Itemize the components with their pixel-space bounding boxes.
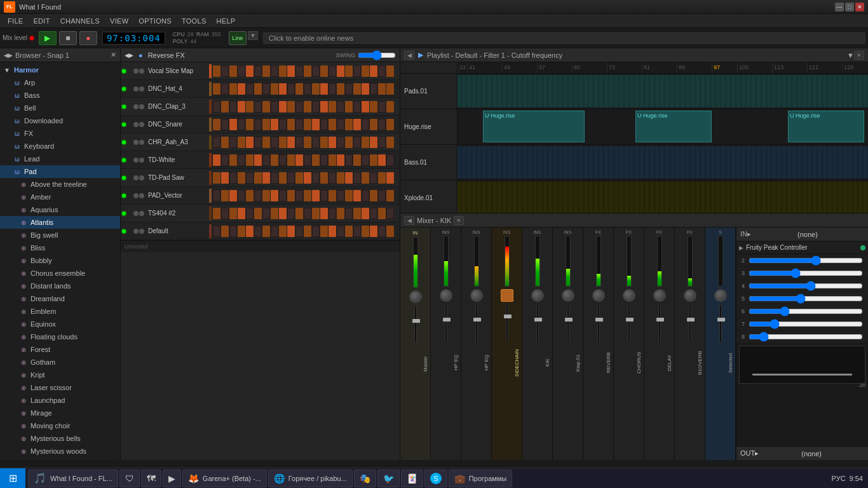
step[interactable] <box>362 154 369 166</box>
step[interactable] <box>254 119 262 130</box>
step[interactable] <box>262 154 270 166</box>
step[interactable] <box>279 190 287 201</box>
delay-fader[interactable] <box>658 304 661 342</box>
rs-item-2[interactable]: 2 <box>736 254 868 267</box>
kik-knob[interactable] <box>531 289 544 302</box>
step[interactable] <box>362 65 369 77</box>
step[interactable] <box>386 65 394 77</box>
minimize-button[interactable]: — <box>835 3 844 11</box>
step[interactable] <box>320 137 328 148</box>
step[interactable] <box>287 172 295 184</box>
step[interactable] <box>370 226 377 237</box>
step[interactable] <box>254 208 262 219</box>
step[interactable] <box>262 65 270 77</box>
rs-slider-2[interactable] <box>749 258 863 263</box>
browser-item-arp[interactable]: ω Arp <box>0 76 120 89</box>
step[interactable] <box>329 83 336 95</box>
step[interactable] <box>295 101 303 112</box>
channel-mute[interactable] <box>133 86 139 92</box>
step[interactable] <box>221 137 229 148</box>
step[interactable] <box>279 154 287 166</box>
kik-fader[interactable] <box>536 304 539 342</box>
browser-item-emblem[interactable]: ⊕ Emblem <box>0 305 120 318</box>
step[interactable] <box>320 226 328 237</box>
taskbar-chrome[interactable]: 🌐 Горячее / pikabu... <box>268 470 353 487</box>
step[interactable] <box>279 101 287 112</box>
snap-options[interactable]: ▼ <box>248 31 258 40</box>
step[interactable] <box>337 119 344 130</box>
record-button[interactable]: ● <box>79 31 97 45</box>
step[interactable] <box>337 101 344 112</box>
step[interactable] <box>287 83 295 95</box>
step[interactable] <box>271 83 278 95</box>
browser-item-amber[interactable]: ⊕ Amber <box>0 191 120 203</box>
step[interactable] <box>287 190 295 201</box>
step[interactable] <box>362 83 369 95</box>
step[interactable] <box>378 208 386 219</box>
track-content-xplode[interactable] <box>458 180 868 213</box>
step[interactable] <box>312 154 320 166</box>
b1gverb-fader[interactable] <box>689 304 691 342</box>
step[interactable] <box>295 83 303 95</box>
taskbar-flstudio[interactable]: 🎵 What I Found - FL... <box>28 470 118 487</box>
taskbar-vk[interactable]: 🎭 <box>354 470 376 487</box>
step[interactable] <box>353 208 361 219</box>
browser-item-launchpad[interactable]: ⊕ Launchpad <box>0 394 120 407</box>
step[interactable] <box>246 208 254 219</box>
step[interactable] <box>279 226 287 237</box>
browser-item-mysterious-woods[interactable]: ⊕ Mysterious woods <box>0 445 120 458</box>
step[interactable] <box>304 154 311 166</box>
step[interactable] <box>213 101 220 112</box>
browser-item-equinox[interactable]: ⊕ Equinox <box>0 318 120 330</box>
step[interactable] <box>221 190 229 201</box>
ch-mute[interactable] <box>133 193 139 198</box>
step[interactable] <box>378 119 386 130</box>
step[interactable] <box>386 172 394 184</box>
step[interactable] <box>370 208 377 219</box>
menu-edit[interactable]: EDIT <box>28 14 55 28</box>
step[interactable] <box>238 190 245 201</box>
step[interactable] <box>262 137 270 148</box>
step[interactable] <box>304 119 311 130</box>
step[interactable] <box>345 137 353 148</box>
step[interactable] <box>329 190 336 201</box>
step[interactable] <box>271 137 278 148</box>
step[interactable] <box>287 119 295 130</box>
rs-item-7[interactable]: 7 <box>736 318 868 330</box>
rs-slider-4[interactable] <box>749 283 863 288</box>
step[interactable] <box>229 190 237 201</box>
step[interactable] <box>378 190 386 201</box>
step[interactable] <box>221 119 229 130</box>
step[interactable] <box>213 190 220 201</box>
step[interactable] <box>229 154 237 166</box>
browser-item-moving-choir[interactable]: ⊕ Moving choir <box>0 419 120 432</box>
reverb-fader[interactable] <box>597 304 600 342</box>
step[interactable] <box>295 190 303 201</box>
step[interactable] <box>221 65 229 77</box>
step[interactable] <box>254 172 262 184</box>
taskbar-skype[interactable]: S <box>424 470 447 487</box>
step[interactable] <box>229 65 237 77</box>
play-button[interactable]: ▶ <box>39 31 57 45</box>
step[interactable] <box>246 190 254 201</box>
browser-item-above-treeline[interactable]: ⊕ Above the treeline <box>0 178 120 191</box>
klap-knob[interactable] <box>562 289 574 302</box>
step[interactable] <box>271 101 278 112</box>
step[interactable] <box>362 190 369 201</box>
step[interactable] <box>345 226 353 237</box>
rs-slider-6[interactable] <box>749 309 863 314</box>
step[interactable] <box>386 190 394 201</box>
step[interactable] <box>329 208 336 219</box>
step[interactable] <box>353 119 361 130</box>
step[interactable] <box>271 208 278 219</box>
ch-mute[interactable] <box>133 104 139 109</box>
step[interactable] <box>370 101 377 112</box>
ch-mute[interactable] <box>133 140 139 145</box>
step[interactable] <box>362 208 369 219</box>
browser-item-big-swell[interactable]: ⊕ Big swell <box>0 229 120 241</box>
browser-item-kript[interactable]: ⊕ Kript <box>0 369 120 381</box>
step[interactable] <box>312 226 320 237</box>
step[interactable] <box>378 65 386 77</box>
step[interactable] <box>262 119 270 130</box>
step[interactable] <box>378 137 386 148</box>
